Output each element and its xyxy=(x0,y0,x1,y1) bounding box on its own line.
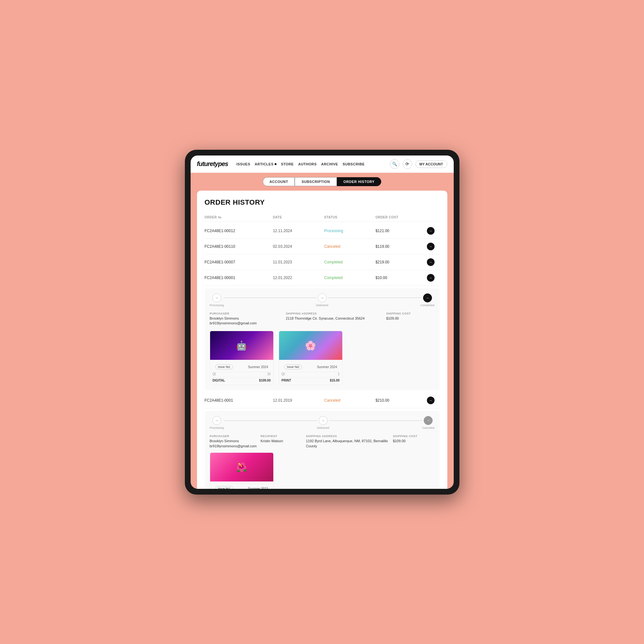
product-tag: Issue №1 xyxy=(215,364,233,369)
col-status: STATUS xyxy=(324,216,375,219)
qty-label: Qt xyxy=(282,372,285,376)
col-order-cost: ORDER COST xyxy=(375,216,427,219)
product-season: Summer 2024 xyxy=(317,365,337,369)
nav-authors[interactable]: AUTHORS xyxy=(298,162,317,166)
order-id: FC2A48E1-00001 xyxy=(205,276,273,280)
order-id: FC2A48E1-0001 xyxy=(205,398,273,403)
order-cost: $210.00 xyxy=(375,398,427,403)
product-info: Issue №2 Summer 2024 Qt 1 PRINT $15.00 xyxy=(279,360,342,385)
tablet-screen: futuretypes ISSUES ARTICLES STORE AUTHOR… xyxy=(191,155,454,489)
step-line xyxy=(329,420,422,421)
product-qty-row: Qt 1 xyxy=(282,372,340,377)
order-status: Processing xyxy=(324,229,375,233)
table-row: FC2A48E1-00001 12.01.2022 Completed $10.… xyxy=(205,270,440,286)
expand-order-button[interactable]: → xyxy=(427,227,435,235)
product-price: $109.00 xyxy=(259,379,270,382)
product-items: 🤖 Issue №1 Summer 2024 Qt 10 xyxy=(210,331,435,385)
order-id: FC2A48E1-00110 xyxy=(205,244,273,249)
tabs-row: ACCOUNT SUBSCRIPTION ORDER HISTORY xyxy=(191,173,454,191)
content-card: ORDER HISTORY ORDER № DATE STATUS ORDER … xyxy=(197,191,447,489)
step-circle-canceled: → xyxy=(424,416,433,425)
nav-actions: 🔍 ⟳ MY ACCOUNT xyxy=(390,159,447,169)
shipping-cost-section: SHIPPING COST $109.00 xyxy=(386,312,434,326)
product-tag: Issue №1 xyxy=(215,486,233,489)
step-completed: → Completed xyxy=(420,293,435,307)
step-delivered: → Delivered xyxy=(316,293,328,307)
nav-issues[interactable]: ISSUES xyxy=(236,162,250,166)
expand-order-button[interactable]: → xyxy=(427,397,435,404)
page-title: ORDER HISTORY xyxy=(205,198,440,207)
product-image: 🤖 xyxy=(210,331,273,360)
recipient-label: RECIPIENT xyxy=(261,435,302,438)
purchaser-email: br919lynsimmons@gmail.com xyxy=(210,444,257,449)
purchaser-email: br919lynsimmons@gmail.com xyxy=(210,321,282,326)
order-id: FC2A48E1-00007 xyxy=(205,260,273,264)
my-account-button[interactable]: MY ACCOUNT xyxy=(415,160,447,168)
expand-order-button[interactable]: → xyxy=(427,258,435,266)
tab-order-history[interactable]: ORDER HISTORY xyxy=(337,177,382,186)
shipping-address-value: 1192 Byrd Lane, Albuquerque, NM, 87102, … xyxy=(306,439,389,449)
qty-value: 10 xyxy=(267,372,270,376)
progress-bar: → Processing → Delivered → Completed xyxy=(210,293,435,307)
purchaser-name: Brooklyn Simmons xyxy=(210,439,257,443)
order-detail-canceled: → Processing → Delivered → Canceled xyxy=(205,411,440,489)
col-date: DATE xyxy=(273,216,324,219)
list-item: 🌺 Issue №1 Summer 2023 Qt 10 xyxy=(210,452,274,489)
step-circle-active: → xyxy=(423,293,432,302)
shipping-cost-section: SHIPPING COST $109.00 xyxy=(393,435,434,449)
nav-articles[interactable]: ARTICLES xyxy=(255,162,277,166)
step-processing: → Processing xyxy=(210,293,224,307)
purchaser-section: PURCHASER Brooklyn Simmons br919lynsimmo… xyxy=(210,435,257,449)
step-label: Delivered xyxy=(316,304,328,307)
nav-archive[interactable]: ARCHIVE xyxy=(321,162,338,166)
nav-links: ISSUES ARTICLES STORE AUTHORS ARCHIVE SU… xyxy=(236,162,384,166)
order-cost: $121.00 xyxy=(375,229,427,233)
order-cost: $119.00 xyxy=(375,244,427,249)
shipping-address-label: SHIPPING ADDRESS xyxy=(286,312,382,315)
product-image: 🌸 xyxy=(279,331,342,360)
order-date: 12.01.2022 xyxy=(273,276,324,280)
step-label: Processing xyxy=(210,426,224,429)
detail-info: PURCHASER Brooklyn Simmons br919lynsimmo… xyxy=(210,312,435,326)
table-row: FC2A48E1-00012 12.11.2024 Processing $12… xyxy=(205,223,440,239)
shipping-cost-value: $109.00 xyxy=(386,316,434,321)
nav-store[interactable]: STORE xyxy=(281,162,294,166)
product-tag: Issue №2 xyxy=(284,364,302,369)
product-header: Issue №1 Summer 2024 xyxy=(213,362,271,372)
step-circle: → xyxy=(319,416,328,425)
step-line xyxy=(224,298,316,298)
refresh-button[interactable]: ⟳ xyxy=(403,159,412,169)
list-item: 🌸 Issue №2 Summer 2024 Qt 1 xyxy=(279,331,343,385)
main-content[interactable]: ORDER HISTORY ORDER № DATE STATUS ORDER … xyxy=(191,191,454,489)
qty-label: Qt xyxy=(213,372,216,376)
recipient-name: Kristin Watson xyxy=(261,439,302,443)
tablet-frame: futuretypes ISSUES ARTICLES STORE AUTHOR… xyxy=(185,150,459,495)
order-cost: $10.00 xyxy=(375,276,427,280)
logo: futuretypes xyxy=(197,160,228,168)
purchaser-name: Brooklyn Simmons xyxy=(210,316,282,321)
nav-subscribe[interactable]: SUBSCRIBE xyxy=(343,162,365,166)
search-button[interactable]: 🔍 xyxy=(390,159,399,169)
table-row: FC2A48E1-00007 11.01.2023 Completed $219… xyxy=(205,254,440,270)
tab-account[interactable]: ACCOUNT xyxy=(263,177,295,186)
step-line xyxy=(224,420,317,421)
product-header: Issue №2 Summer 2024 xyxy=(282,362,340,372)
shipping-cost-value: $109.00 xyxy=(393,439,434,443)
step-canceled: → Canceled xyxy=(422,416,434,429)
product-items: 🌺 Issue №1 Summer 2023 Qt 10 xyxy=(210,452,435,489)
step-processing: → Processing xyxy=(210,416,224,429)
order-detail-completed: → Processing → Delivered → Completed xyxy=(205,288,440,390)
list-item: 🤖 Issue №1 Summer 2024 Qt 10 xyxy=(210,331,274,385)
product-type: PRINT xyxy=(282,379,291,382)
product-info: Issue №1 Summer 2024 Qt 10 DIGITAL $109.… xyxy=(210,360,273,385)
order-date: 02.03.2024 xyxy=(273,244,324,249)
expand-order-button[interactable]: → xyxy=(427,274,435,282)
product-season: Summer 2023 xyxy=(248,487,268,489)
expand-order-button[interactable]: → xyxy=(427,243,435,250)
tab-subscription[interactable]: SUBSCRIPTION xyxy=(295,177,337,186)
step-circle: → xyxy=(212,293,221,302)
articles-dot xyxy=(275,163,277,165)
table-row: FC2A48E1-0001 12.01.2019 Canceled $210.0… xyxy=(205,393,440,408)
product-type: DIGITAL xyxy=(213,379,225,382)
qty-value: 1 xyxy=(338,372,340,376)
